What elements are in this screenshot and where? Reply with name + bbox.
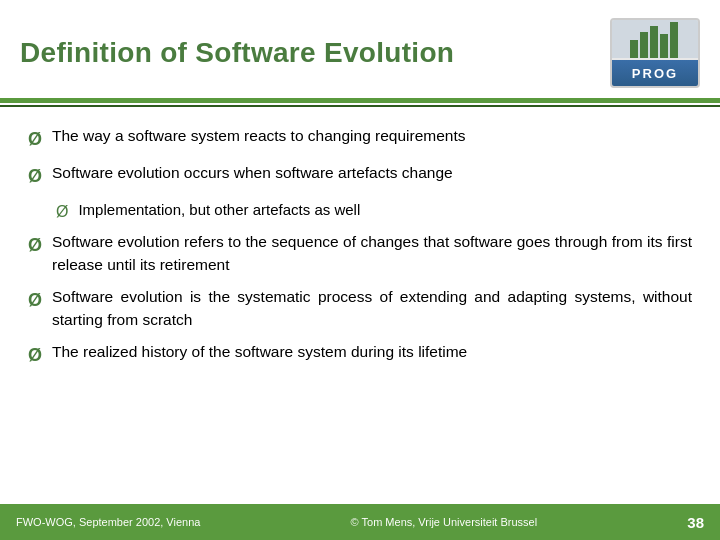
bullet-symbol-4: Ø xyxy=(28,287,42,313)
logo-graphic xyxy=(630,20,680,58)
sub-bullet-text-1: Implementation, but other artefacts as w… xyxy=(78,199,692,221)
footer-left-text: FWO-WOG, September 2002, Vienna xyxy=(16,516,200,528)
svg-rect-4 xyxy=(670,22,678,58)
sub-bullet-item-1: Ø Implementation, but other artefacts as… xyxy=(56,199,692,223)
bullet-text-5: The realized history of the software sys… xyxy=(52,341,692,363)
logo-bar: PROG xyxy=(612,60,698,86)
logo-icon-area xyxy=(612,20,698,58)
bullet-item-4: Ø Software evolution is the systematic p… xyxy=(28,286,692,331)
bullet-text-4: Software evolution is the systematic pro… xyxy=(52,286,692,331)
content-area: Ø The way a software system reacts to ch… xyxy=(0,107,720,388)
header: Definition of Software Evolution PROG xyxy=(0,0,720,98)
slide: Definition of Software Evolution PROG xyxy=(0,0,720,540)
svg-rect-0 xyxy=(630,40,638,58)
svg-rect-1 xyxy=(640,32,648,58)
logo-text: PROG xyxy=(632,66,678,81)
svg-rect-2 xyxy=(650,26,658,58)
bullet-symbol-1: Ø xyxy=(28,126,42,152)
bullet-item-1: Ø The way a software system reacts to ch… xyxy=(28,125,692,152)
slide-title: Definition of Software Evolution xyxy=(20,37,454,69)
bullet-item-3: Ø Software evolution refers to the seque… xyxy=(28,231,692,276)
divider-green xyxy=(0,98,720,103)
footer-center-text: © Tom Mens, Vrije Universiteit Brussel xyxy=(351,516,538,528)
logo: PROG xyxy=(610,18,700,88)
sub-bullet-symbol-1: Ø xyxy=(56,200,68,223)
footer: FWO-WOG, September 2002, Vienna © Tom Me… xyxy=(0,504,720,540)
svg-rect-3 xyxy=(660,34,668,58)
bullet-symbol-5: Ø xyxy=(28,342,42,368)
bullet-symbol-3: Ø xyxy=(28,232,42,258)
bullet-text-1: The way a software system reacts to chan… xyxy=(52,125,692,147)
bullet-symbol-2: Ø xyxy=(28,163,42,189)
bullet-item-5: Ø The realized history of the software s… xyxy=(28,341,692,368)
footer-page-number: 38 xyxy=(687,514,704,531)
bullet-item-2: Ø Software evolution occurs when softwar… xyxy=(28,162,692,189)
bullet-text-2: Software evolution occurs when software … xyxy=(52,162,692,184)
bullet-text-3: Software evolution refers to the sequenc… xyxy=(52,231,692,276)
